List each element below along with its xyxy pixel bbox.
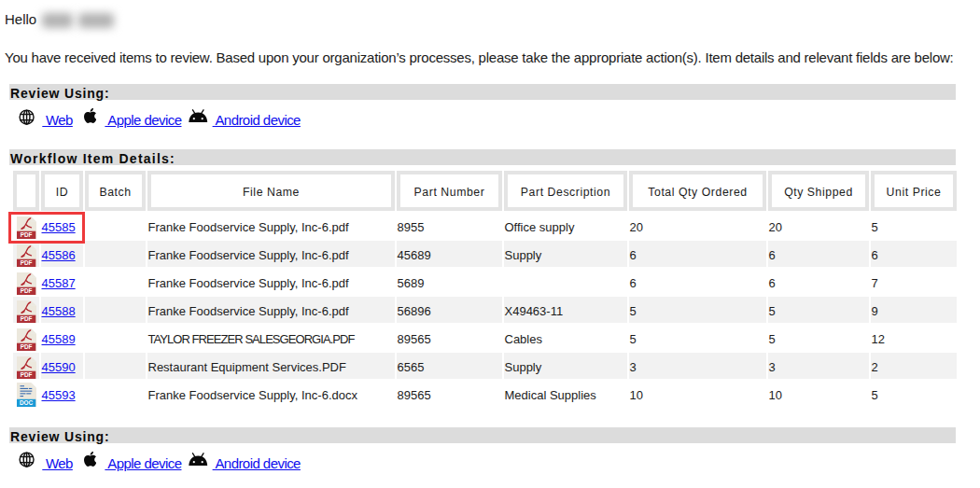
svg-text:PDF: PDF <box>20 315 32 322</box>
svg-text:PDF: PDF <box>20 343 32 350</box>
svg-text:PDF: PDF <box>20 287 32 294</box>
svg-text:DOC: DOC <box>19 399 33 406</box>
svg-text:PDF: PDF <box>20 259 32 266</box>
svg-text:PDF: PDF <box>20 371 32 378</box>
